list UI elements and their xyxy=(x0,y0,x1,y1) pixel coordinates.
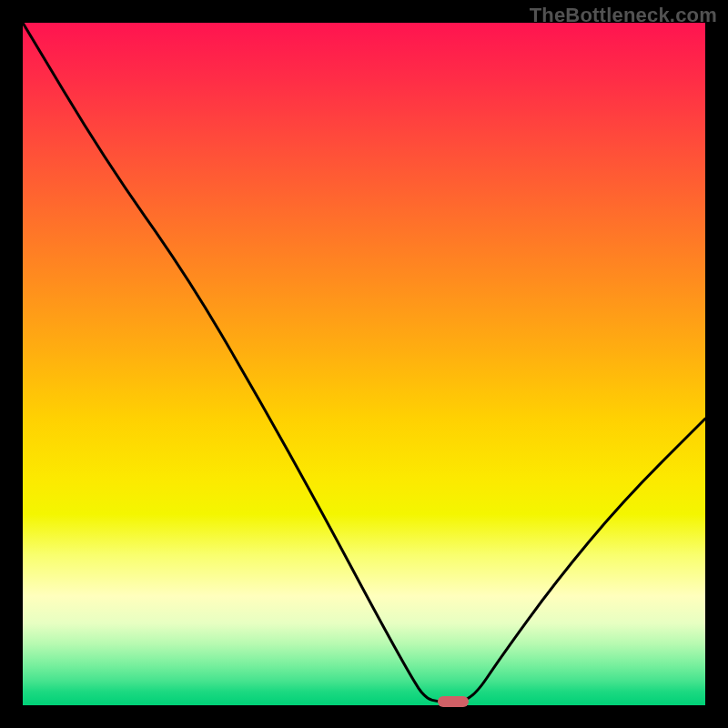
curve-layer xyxy=(23,23,705,705)
bottleneck-curve xyxy=(23,23,705,702)
chart-stage: TheBottleneck.com xyxy=(0,0,728,728)
watermark-text: TheBottleneck.com xyxy=(530,4,717,27)
optimal-point-marker xyxy=(438,696,469,707)
plot-area xyxy=(23,23,705,705)
